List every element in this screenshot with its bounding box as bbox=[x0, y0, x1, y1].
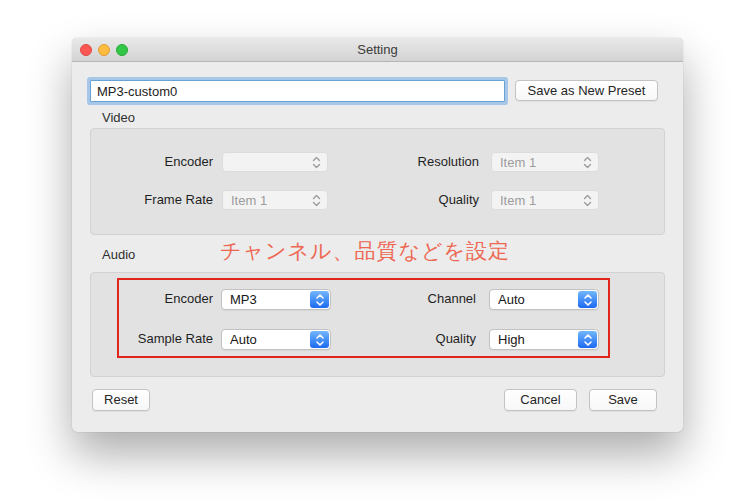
window-title: Setting bbox=[72, 38, 683, 62]
video-group-box: Encoder Resolution Item 1 Frame Rate Ite… bbox=[90, 128, 665, 235]
setting-dialog: Setting Save as New Preset Video Encoder… bbox=[72, 38, 683, 432]
cancel-button[interactable]: Cancel bbox=[504, 389, 577, 411]
chevron-updown-icon bbox=[578, 291, 597, 308]
video-quality-label: Quality bbox=[344, 190, 479, 210]
video-frame-rate-select[interactable]: Item 1 bbox=[222, 190, 328, 210]
annotation-text: チャンネル、品質などを設定 bbox=[220, 237, 510, 265]
video-encoder-label: Encoder bbox=[91, 152, 213, 172]
audio-channel-label: Channel bbox=[341, 289, 476, 309]
video-quality-select[interactable]: Item 1 bbox=[491, 190, 599, 210]
video-frame-rate-value: Item 1 bbox=[231, 192, 305, 210]
chevron-updown-icon bbox=[578, 331, 597, 348]
chevron-updown-icon bbox=[580, 191, 594, 209]
video-resolution-select[interactable]: Item 1 bbox=[491, 152, 599, 172]
audio-group-label: Audio bbox=[102, 247, 135, 262]
audio-group-box: Encoder MP3 Channel Auto Sample Rate Aut… bbox=[90, 272, 665, 377]
video-resolution-value: Item 1 bbox=[500, 154, 576, 172]
preset-name-input[interactable] bbox=[90, 80, 505, 102]
audio-sample-rate-value: Auto bbox=[230, 331, 308, 349]
chevron-updown-icon bbox=[310, 291, 329, 308]
video-group-label: Video bbox=[102, 110, 135, 125]
video-resolution-label: Resolution bbox=[344, 152, 479, 172]
audio-quality-select[interactable]: High bbox=[489, 329, 599, 350]
chevron-updown-icon bbox=[309, 153, 323, 171]
save-button[interactable]: Save bbox=[589, 389, 657, 411]
save-as-new-preset-button[interactable]: Save as New Preset bbox=[515, 80, 658, 101]
audio-channel-select[interactable]: Auto bbox=[489, 289, 599, 310]
audio-sample-rate-label: Sample Rate bbox=[91, 329, 213, 349]
chevron-updown-icon bbox=[580, 153, 594, 171]
audio-quality-label: Quality bbox=[341, 329, 476, 349]
video-frame-rate-label: Frame Rate bbox=[91, 190, 213, 210]
chevron-updown-icon bbox=[310, 331, 329, 348]
reset-button[interactable]: Reset bbox=[92, 389, 150, 411]
audio-encoder-value: MP3 bbox=[230, 291, 308, 309]
audio-encoder-select[interactable]: MP3 bbox=[221, 289, 331, 310]
audio-encoder-label: Encoder bbox=[91, 289, 213, 309]
video-encoder-select[interactable] bbox=[222, 152, 328, 172]
title-bar: Setting bbox=[72, 38, 683, 62]
chevron-updown-icon bbox=[309, 191, 323, 209]
video-quality-value: Item 1 bbox=[500, 192, 576, 210]
audio-channel-value: Auto bbox=[498, 291, 576, 309]
audio-sample-rate-select[interactable]: Auto bbox=[221, 329, 331, 350]
audio-quality-value: High bbox=[498, 331, 576, 349]
